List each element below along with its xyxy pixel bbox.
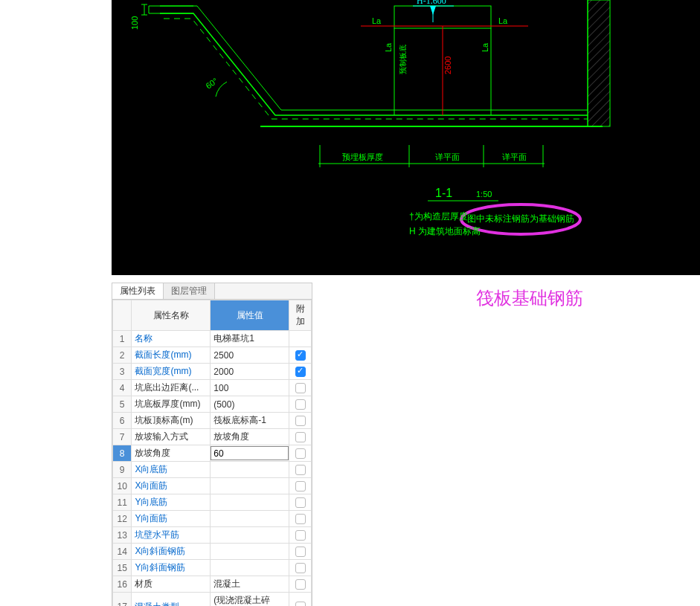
prop-name-cell: 放坡输入方式 [132, 429, 211, 445]
row-num[interactable]: 11 [113, 494, 132, 511]
checkbox[interactable] [295, 350, 306, 361]
row-num[interactable]: 7 [113, 429, 132, 445]
row-num[interactable]: 12 [113, 511, 132, 527]
checkbox[interactable] [295, 481, 306, 491]
row-num[interactable]: 15 [113, 560, 132, 576]
prop-value-cell[interactable] [211, 527, 289, 544]
add-cell[interactable] [289, 593, 312, 607]
row-num[interactable]: 2 [113, 347, 132, 364]
cad-drawing-viewport[interactable]: H-1.600 La La La La 2600 预制板底 100 60° 预 [112, 0, 700, 275]
checkbox[interactable] [295, 547, 306, 557]
prop-name-cell: 坑板顶标高(m) [132, 413, 211, 429]
section-label: 1-1 [435, 187, 452, 199]
add-cell[interactable] [289, 576, 312, 593]
prop-value-cell[interactable]: 筏板底标高-1 [211, 413, 289, 429]
row-num[interactable]: 17 [113, 593, 132, 607]
prop-name-cell[interactable]: 混凝土类型 [132, 593, 211, 607]
row-num[interactable]: 5 [113, 396, 132, 413]
row-num[interactable]: 8 [113, 445, 132, 462]
row-num[interactable]: 9 [113, 462, 132, 478]
prop-value-cell[interactable] [211, 544, 289, 560]
add-cell[interactable] [289, 347, 312, 364]
prop-name-cell[interactable]: 截面长度(mm) [132, 347, 211, 364]
checkbox[interactable] [295, 399, 306, 410]
dim-100: 100 [130, 16, 139, 30]
prop-name-cell[interactable]: X向斜面钢筋 [132, 544, 211, 560]
add-cell[interactable] [289, 331, 312, 347]
checkbox[interactable] [295, 432, 306, 442]
add-cell[interactable] [289, 478, 312, 494]
checkbox[interactable] [295, 416, 306, 426]
value-input[interactable] [211, 446, 289, 460]
row-num[interactable]: 16 [113, 576, 132, 593]
annotation-text: 筏板基础钢筋 [476, 286, 583, 310]
prop-value-cell[interactable]: 2500 [211, 347, 289, 364]
add-cell[interactable] [289, 527, 312, 544]
property-table: 属性名称 属性值 附加 1名称电梯基坑12截面长度(mm)25003截面宽度(m… [112, 300, 312, 606]
hdr-blank [113, 300, 132, 331]
prop-value-cell[interactable]: 2000 [211, 364, 289, 380]
add-cell[interactable] [289, 380, 312, 396]
svg-rect-13 [588, 0, 610, 126]
add-cell[interactable] [289, 544, 312, 560]
add-cell[interactable] [289, 364, 312, 380]
tab-layers[interactable]: 图层管理 [164, 283, 215, 299]
prop-name-cell[interactable]: Y向底筋 [132, 494, 211, 511]
prop-value-cell[interactable] [211, 511, 289, 527]
note2: 图中未标注钢筋为基础钢筋 [467, 213, 574, 224]
checkbox[interactable] [295, 497, 306, 508]
lbl-bottom2: 详平面 [435, 152, 460, 161]
prop-value-cell[interactable]: 电梯基坑1 [211, 331, 289, 347]
prop-value-cell[interactable]: 放坡角度 [211, 429, 289, 445]
hdr-add: 附加 [289, 300, 312, 331]
prop-name-cell[interactable]: X向面筋 [132, 478, 211, 494]
add-cell[interactable] [289, 511, 312, 527]
row-num[interactable]: 4 [113, 380, 132, 396]
note3: H 为建筑地面标高 [409, 226, 481, 236]
checkbox[interactable] [295, 579, 306, 590]
hdr-value[interactable]: 属性值 [211, 300, 289, 331]
add-cell[interactable] [289, 445, 312, 462]
prop-value-cell[interactable]: (500) [211, 396, 289, 413]
row-num[interactable]: 10 [113, 478, 132, 494]
dim-2600: 2600 [443, 57, 452, 74]
prop-value-cell[interactable]: 100 [211, 380, 289, 396]
prop-name-cell[interactable]: Y向斜面钢筋 [132, 560, 211, 576]
add-cell[interactable] [289, 560, 312, 576]
prop-name-cell[interactable]: X向底筋 [132, 462, 211, 478]
prop-value-cell[interactable] [211, 478, 289, 494]
row-num[interactable]: 13 [113, 527, 132, 544]
prop-value-cell[interactable] [211, 560, 289, 576]
checkbox[interactable] [295, 448, 306, 459]
add-cell[interactable] [289, 462, 312, 478]
checkbox[interactable] [295, 367, 306, 377]
row-num[interactable]: 6 [113, 413, 132, 429]
la-label: La [498, 16, 508, 25]
add-cell[interactable] [289, 396, 312, 413]
checkbox[interactable] [295, 563, 306, 573]
prop-name-cell: 坑底出边距离(... [132, 380, 211, 396]
svg-rect-4 [394, 6, 491, 28]
row-num[interactable]: 14 [113, 544, 132, 560]
checkbox[interactable] [295, 383, 306, 393]
checkbox[interactable] [295, 602, 306, 606]
prop-name-cell[interactable]: Y向面筋 [132, 511, 211, 527]
add-cell[interactable] [289, 429, 312, 445]
row-num[interactable]: 3 [113, 364, 132, 380]
checkbox[interactable] [295, 530, 306, 541]
prop-name-cell: 坑底板厚度(mm) [132, 396, 211, 413]
prop-value-cell[interactable] [211, 462, 289, 478]
add-cell[interactable] [289, 413, 312, 429]
prop-value-cell[interactable] [211, 445, 289, 462]
prop-value-cell[interactable] [211, 494, 289, 511]
checkbox[interactable] [295, 465, 306, 475]
prop-name-cell[interactable]: 截面宽度(mm) [132, 364, 211, 380]
prop-name-cell[interactable]: 坑壁水平筋 [132, 527, 211, 544]
row-num[interactable]: 1 [113, 331, 132, 347]
prop-value-cell[interactable]: 混凝土 [211, 576, 289, 593]
prop-value-cell[interactable]: (现浇混凝土碎石... [211, 593, 289, 607]
prop-name-cell[interactable]: 名称 [132, 331, 211, 347]
tab-properties[interactable]: 属性列表 [112, 283, 164, 299]
checkbox[interactable] [295, 514, 306, 524]
add-cell[interactable] [289, 494, 312, 511]
